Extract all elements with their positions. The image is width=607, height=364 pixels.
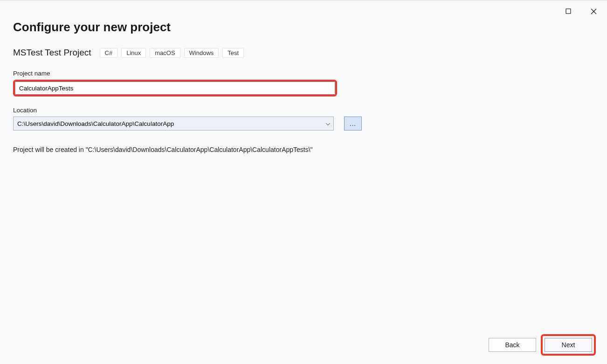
location-field-group: Location ... bbox=[13, 107, 594, 130]
close-button[interactable] bbox=[586, 5, 600, 18]
location-row: ... bbox=[13, 117, 594, 130]
location-combo-wrap bbox=[13, 117, 334, 130]
tag-windows: Windows bbox=[184, 48, 219, 58]
tag-row: C# Linux macOS Windows Test bbox=[100, 48, 244, 58]
project-name-field-group: Project name bbox=[13, 70, 594, 96]
page-title: Configure your new project bbox=[13, 20, 594, 34]
maximize-icon bbox=[566, 8, 571, 14]
browse-button[interactable]: ... bbox=[344, 117, 362, 130]
dialog-footer: Back Next bbox=[489, 334, 596, 356]
back-button[interactable]: Back bbox=[489, 338, 536, 352]
tag-csharp: C# bbox=[100, 48, 118, 58]
close-icon bbox=[591, 8, 597, 14]
tag-linux: Linux bbox=[121, 48, 146, 58]
titlebar-controls bbox=[561, 5, 600, 18]
maximize-button[interactable] bbox=[561, 5, 575, 18]
project-name-highlight bbox=[13, 80, 337, 96]
location-input[interactable] bbox=[13, 117, 334, 130]
next-button[interactable]: Next bbox=[545, 338, 592, 352]
project-name-input[interactable] bbox=[15, 82, 335, 95]
template-header-row: MSTest Test Project C# Linux macOS Windo… bbox=[13, 48, 594, 58]
svg-rect-0 bbox=[566, 9, 571, 14]
dialog-content: Configure your new project MSTest Test P… bbox=[0, 0, 607, 155]
project-name-label: Project name bbox=[13, 70, 594, 77]
next-button-highlight: Next bbox=[541, 334, 596, 356]
project-path-info: Project will be created in "C:\Users\dav… bbox=[13, 145, 335, 155]
tag-macos: macOS bbox=[150, 48, 180, 58]
tag-test: Test bbox=[222, 48, 244, 58]
location-label: Location bbox=[13, 107, 594, 114]
template-name: MSTest Test Project bbox=[13, 48, 91, 58]
